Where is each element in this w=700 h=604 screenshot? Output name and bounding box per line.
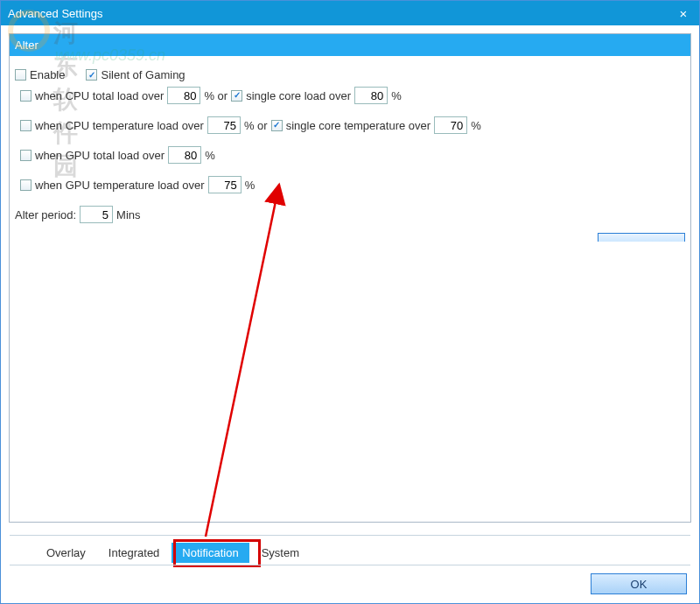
cpu-single-checkbox[interactable] xyxy=(231,90,242,102)
silent-gaming-label: Silent of Gaming xyxy=(101,68,185,81)
gpu-total-label: when GPU total load over xyxy=(35,149,164,162)
cpu-temp-single-unit: % xyxy=(471,119,481,132)
cpu-temp-unit: % or xyxy=(244,119,268,132)
gpu-temp-input[interactable] xyxy=(208,176,242,193)
settings-panel: Alter Enable Silent of Gaming when CPU t… xyxy=(9,33,691,523)
tab-integrated[interactable]: Integrated xyxy=(98,543,171,563)
partial-button[interactable] xyxy=(598,233,685,242)
gpu-total-unit: % xyxy=(205,149,215,162)
cpu-total-unit: % or xyxy=(204,89,228,102)
cpu-total-label: when CPU total load over xyxy=(35,89,164,102)
gpu-total-input[interactable] xyxy=(168,146,201,164)
tab-system[interactable]: System xyxy=(251,543,310,563)
ok-button[interactable]: OK xyxy=(591,573,687,594)
alter-period-unit: Mins xyxy=(116,208,140,221)
cpu-temp-single-checkbox[interactable] xyxy=(271,120,283,131)
tab-notification[interactable]: Notification xyxy=(172,543,248,563)
gpu-temp-label: when GPU temperature load over xyxy=(35,179,205,192)
gpu-temp-checkbox[interactable] xyxy=(20,179,32,191)
bottom-divider xyxy=(10,565,690,565)
enable-checkbox[interactable] xyxy=(15,69,26,81)
gpu-total-checkbox[interactable] xyxy=(20,150,32,161)
cpu-single-input[interactable] xyxy=(354,87,388,104)
cpu-temp-single-label: single core temperature over xyxy=(286,119,430,132)
gpu-temp-unit: % xyxy=(245,179,256,192)
alter-period-label: Alter period: xyxy=(15,208,76,221)
cpu-temp-label: when CPU temperature load over xyxy=(35,119,204,132)
cpu-temp-input[interactable] xyxy=(207,116,241,134)
tab-bar: Overlay Integrated Notification System xyxy=(10,535,690,565)
cpu-single-label: single core load over xyxy=(246,89,351,102)
tab-overlay[interactable]: Overlay xyxy=(36,543,96,563)
cpu-single-unit: % xyxy=(391,89,402,102)
silent-gaming-checkbox[interactable] xyxy=(86,69,97,81)
panel-header-label: Alter xyxy=(15,39,38,52)
cpu-total-checkbox[interactable] xyxy=(20,90,32,102)
window-title: Advanced Settings xyxy=(8,7,675,20)
cpu-temp-checkbox[interactable] xyxy=(20,120,32,131)
cpu-temp-single-input[interactable] xyxy=(434,116,467,134)
close-icon[interactable]: × xyxy=(675,6,692,21)
cpu-total-input[interactable] xyxy=(167,87,200,104)
titlebar: Advanced Settings × xyxy=(1,1,699,25)
enable-label: Enable xyxy=(30,68,65,81)
panel-header: Alter xyxy=(10,34,690,56)
alter-period-input[interactable] xyxy=(80,206,113,223)
